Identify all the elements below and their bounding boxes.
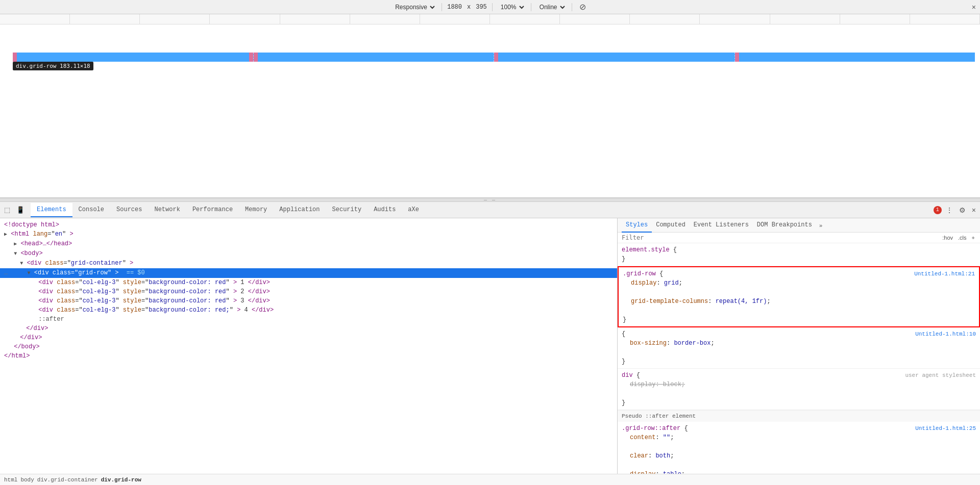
html-tag: <html xyxy=(11,231,29,238)
pseudo-selector: .grid-row::after xyxy=(622,425,684,432)
devtools-panel: ⬚ 📱 Elements Console Sources Network Per… xyxy=(0,202,980,485)
ruler-seg-4 xyxy=(210,14,280,24)
html-line-col1[interactable]: <div class="col-elg-3" style="background… xyxy=(0,278,617,287)
breadcrumb-body[interactable]: body xyxy=(20,477,34,483)
html-line-grid-container[interactable]: ▼ <div class="grid-container" > xyxy=(0,259,617,268)
ruler-seg-10 xyxy=(630,14,700,24)
element-tooltip: div.grid-row 183.11×18 xyxy=(13,62,93,70)
html-line-html[interactable]: ▶ <html lang="en" > xyxy=(0,229,617,239)
html-line-body[interactable]: ▼ <body> xyxy=(0,249,617,259)
breadcrumb-html[interactable]: html xyxy=(4,477,17,483)
html-line-grid-row[interactable]: … ▼ <div class="grid-row" > == $0 xyxy=(0,268,617,278)
grid-container-close: > xyxy=(130,260,133,267)
cls-button[interactable]: .cls xyxy=(957,235,968,241)
ruler-seg-7 xyxy=(420,14,490,24)
ruler-seg-9 xyxy=(560,14,630,24)
html-triangle[interactable]: ▶ xyxy=(4,232,7,237)
head-triangle[interactable]: ▶ xyxy=(14,241,17,247)
close-devtools-button[interactable]: × xyxy=(970,205,978,215)
style-tab-computed[interactable]: Computed xyxy=(652,218,690,233)
settings-button[interactable]: ⚙ xyxy=(957,205,968,215)
tab-network[interactable]: Network xyxy=(148,203,186,217)
col3-style-value: background-color: red xyxy=(149,297,226,304)
html-line-close-div2[interactable]: </div> xyxy=(0,333,617,342)
col2-end-tag: </div> xyxy=(248,288,270,295)
col2-class-value: col-elg-3 xyxy=(83,288,116,295)
col3-class-value: col-elg-3 xyxy=(83,297,116,304)
tab-elements[interactable]: Elements xyxy=(31,203,72,217)
style-tab-dom-breakpoints[interactable]: DOM Breakpoints xyxy=(753,218,816,233)
ruler-seg-1 xyxy=(0,14,70,24)
col1-style-attr: style xyxy=(123,279,141,286)
after-pseudo: ::after xyxy=(38,316,64,323)
col3-style-attr: style xyxy=(123,297,141,304)
tab-memory[interactable]: Memory xyxy=(239,203,273,217)
grid-row-source[interactable]: Untitled-1.html:21 xyxy=(914,269,975,278)
grid-container-triangle[interactable]: ▼ xyxy=(20,261,23,266)
grid-template-rule: grid-template-columns: repeat(4, 1fr); xyxy=(623,297,975,306)
clear-rule: clear: both; xyxy=(622,451,976,461)
col4-style-attr: style xyxy=(123,307,141,314)
html-line-col4[interactable]: <div class="col-elg-3" style="background… xyxy=(0,305,617,315)
div-display-rule: display: block; xyxy=(622,380,976,389)
grid-row-style-block: .grid-row { Untitled-1.html:21 display: … xyxy=(618,266,980,327)
zoom-select[interactable]: 100% xyxy=(498,3,526,11)
filter-input[interactable] xyxy=(622,234,941,241)
inspect-icon-button[interactable]: ⬚ xyxy=(2,205,12,215)
filter-controls: :hov .cls + xyxy=(941,235,976,241)
add-style-button[interactable]: + xyxy=(971,235,976,241)
ruler-seg-12 xyxy=(770,14,840,24)
html-line-col3[interactable]: <div class="col-elg-3" style="background… xyxy=(0,296,617,305)
viewport-x: x xyxy=(467,4,471,11)
star-source[interactable]: Untitled-1.html:10 xyxy=(915,329,976,339)
tab-security[interactable]: Security xyxy=(326,203,368,217)
tab-application[interactable]: Application xyxy=(273,203,326,217)
html-line-close-div1[interactable]: </div> xyxy=(0,324,617,333)
hov-button[interactable]: :hov xyxy=(941,235,954,241)
responsive-select[interactable]: Responsive xyxy=(392,3,436,11)
body-triangle[interactable]: ▼ xyxy=(14,251,17,257)
tab-console[interactable]: Console xyxy=(72,203,110,217)
device-icon-button[interactable]: 📱 xyxy=(14,205,27,215)
grid-row-close: > xyxy=(115,269,118,276)
col3-end-tag: </div> xyxy=(248,297,270,304)
drag-handle[interactable]: — — xyxy=(0,198,980,202)
close-div2-tag: </div> xyxy=(20,334,42,341)
tab-audits[interactable]: Audits xyxy=(368,203,402,217)
html-line-close-html[interactable]: </html> xyxy=(0,351,617,361)
grid-row-class-attr: class xyxy=(53,269,71,276)
tab-sources[interactable]: Sources xyxy=(110,203,148,217)
pseudo-source[interactable]: Untitled-1.html:25 xyxy=(915,424,976,433)
html-line-after[interactable]: ::after xyxy=(0,315,617,324)
breadcrumb-grid-container[interactable]: div.grid-container xyxy=(37,477,98,483)
styles-panel: Styles Computed Event Listeners DOM Brea… xyxy=(618,218,980,474)
close-div1-tag: </div> xyxy=(26,325,48,332)
breadcrumb-grid-row[interactable]: div.grid-row xyxy=(101,477,141,483)
grid-row-triangle[interactable]: ▼ xyxy=(28,270,31,276)
toolbar-divider-2 xyxy=(492,3,493,11)
close-button[interactable]: × xyxy=(972,3,976,11)
grid-row-tag: <div xyxy=(34,269,49,276)
style-tab-event-listeners[interactable]: Event Listeners xyxy=(690,218,753,233)
col1-class-attr: class xyxy=(57,279,75,286)
ruler-seg-5 xyxy=(280,14,350,24)
toolbar-divider-1 xyxy=(442,3,442,11)
col3-text: 3 xyxy=(240,297,244,304)
html-line-close-body[interactable]: </body> xyxy=(0,342,617,351)
body-tag: <body> xyxy=(20,250,42,257)
html-line-doctype[interactable]: <!doctype html> xyxy=(0,220,617,229)
tab-performance[interactable]: Performance xyxy=(186,203,239,217)
style-tab-styles[interactable]: Styles xyxy=(622,218,652,233)
more-style-tabs-button[interactable]: » xyxy=(818,222,823,228)
col4-class-attr: class xyxy=(57,307,75,314)
more-tabs-button[interactable]: ⋮ xyxy=(944,205,955,215)
online-select[interactable]: Online xyxy=(536,3,567,11)
tab-axe[interactable]: aXe xyxy=(402,203,425,217)
dollar-zero: == $0 xyxy=(127,269,145,276)
html-line-head[interactable]: ▶ <head>…</head> xyxy=(0,239,617,249)
html-line-col2[interactable]: <div class="col-elg-3" style="background… xyxy=(0,287,617,296)
no-throttling-icon[interactable]: ⊘ xyxy=(577,1,588,13)
col1-tag: <div xyxy=(38,279,53,286)
html-lang-attr: lang xyxy=(33,231,47,238)
element-style-block: element.style { } xyxy=(618,243,980,266)
